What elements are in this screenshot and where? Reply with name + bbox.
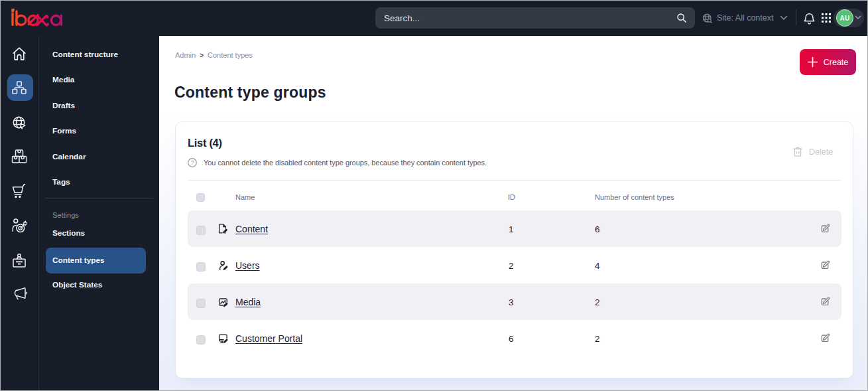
svg-text:?: ? (191, 159, 194, 166)
